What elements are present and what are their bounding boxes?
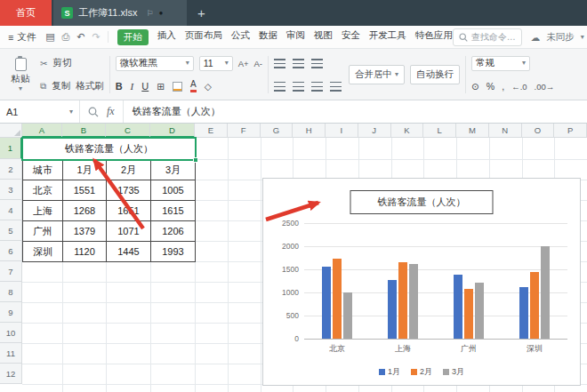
legend-item[interactable]: 2月 xyxy=(411,366,432,378)
row-header-8[interactable]: 8 xyxy=(0,282,22,302)
column-header-J[interactable]: J xyxy=(358,124,391,138)
row-header-4[interactable]: 4 xyxy=(0,200,22,220)
cell[interactable]: 1206 xyxy=(151,221,196,242)
row-header-5[interactable]: 5 xyxy=(0,220,22,241)
column-header-D[interactable]: D xyxy=(150,124,195,138)
menu-tab-安全[interactable]: 安全 xyxy=(342,29,360,45)
increase-decimal-button[interactable]: ←.0 xyxy=(511,82,527,92)
cell[interactable]: 1993 xyxy=(151,242,196,262)
bar-3月-广州[interactable] xyxy=(475,283,484,339)
menu-tab-审阅[interactable]: 审阅 xyxy=(286,29,305,45)
sync-caret-icon[interactable]: ▾ xyxy=(581,34,584,41)
row-header-7[interactable]: 7 xyxy=(0,261,22,282)
menu-tab-特色应用[interactable]: 特色应用 xyxy=(415,29,453,45)
clear-format-button[interactable]: ◇ xyxy=(205,81,212,92)
bar-2月-北京[interactable] xyxy=(333,259,342,339)
chart-title[interactable]: 铁路客流量（人次） xyxy=(350,190,494,214)
cell[interactable]: 北京 xyxy=(23,180,63,201)
redo-icon[interactable]: ↷ xyxy=(92,31,101,43)
cell[interactable]: 广州 xyxy=(23,221,63,242)
cut-button[interactable]: 剪切 xyxy=(52,57,71,69)
select-all-corner[interactable] xyxy=(0,124,22,138)
new-tab-button[interactable]: + xyxy=(197,0,205,26)
align-center-button[interactable] xyxy=(293,82,304,92)
bar-3月-深圳[interactable] xyxy=(541,246,550,339)
bar-3月-北京[interactable] xyxy=(343,292,352,339)
align-justify-button[interactable] xyxy=(330,82,342,92)
cloud-sync-icon[interactable]: ☁ xyxy=(531,32,541,43)
insert-function-button[interactable]: fx xyxy=(107,105,115,118)
borders-button[interactable]: ⊞ xyxy=(157,81,165,92)
align-left-button[interactable] xyxy=(274,82,285,92)
print-icon[interactable]: ⎙ xyxy=(62,31,70,43)
column-header-C[interactable]: C xyxy=(106,124,150,138)
bar-3月-上海[interactable] xyxy=(409,264,418,339)
bar-2月-深圳[interactable] xyxy=(530,272,539,339)
align-middle-button[interactable] xyxy=(293,59,304,68)
file-menu-button[interactable]: ≡ 文件 xyxy=(0,31,44,44)
merged-title-cell[interactable]: 铁路客流量（人次） xyxy=(23,139,196,160)
bold-button[interactable]: B xyxy=(116,81,123,92)
command-search[interactable]: 查找命令… xyxy=(453,28,522,46)
row-header-11[interactable]: 11 xyxy=(0,343,22,364)
column-header-H[interactable]: H xyxy=(293,124,326,138)
menu-tab-页面布局[interactable]: 页面布局 xyxy=(185,29,222,45)
column-header-O[interactable]: O xyxy=(522,124,555,138)
column-header-L[interactable]: L xyxy=(423,124,456,138)
column-header-G[interactable]: G xyxy=(261,124,294,138)
formula-content[interactable]: 铁路客流量（人次） xyxy=(124,105,221,118)
cell[interactable]: 1379 xyxy=(63,221,107,242)
align-right-button[interactable] xyxy=(311,82,323,92)
column-header-P[interactable]: P xyxy=(554,124,587,138)
cell[interactable]: 1445 xyxy=(107,242,151,262)
cell[interactable]: 1071 xyxy=(107,221,151,242)
pin-icon[interactable]: ⚐ xyxy=(146,9,153,18)
column-header-M[interactable]: M xyxy=(456,124,489,138)
menu-tab-开始[interactable]: 开始 xyxy=(117,29,149,45)
save-icon[interactable]: ▤ xyxy=(45,31,54,43)
cell[interactable]: 1615 xyxy=(151,201,196,221)
bar-1月-深圳[interactable] xyxy=(519,287,528,339)
row-header-1[interactable]: 1 xyxy=(0,138,22,159)
sync-status[interactable]: 未同步 xyxy=(546,31,575,44)
cell[interactable]: 深圳 xyxy=(23,242,63,262)
column-header-K[interactable]: K xyxy=(391,124,424,138)
row-header-2[interactable]: 2 xyxy=(0,159,22,180)
bar-1月-北京[interactable] xyxy=(322,267,331,339)
percent-format-button[interactable]: % xyxy=(486,81,495,92)
row-header-12[interactable]: 12 xyxy=(0,364,22,384)
menu-tab-数据[interactable]: 数据 xyxy=(259,29,277,45)
column-header-E[interactable]: E xyxy=(195,124,228,138)
menu-tab-视图[interactable]: 视图 xyxy=(314,29,333,45)
cell[interactable]: 1551 xyxy=(63,180,107,201)
decrease-font-button[interactable]: A- xyxy=(254,59,263,68)
name-box[interactable]: A1 ▾ xyxy=(0,100,80,123)
magnifier-icon[interactable] xyxy=(88,107,99,117)
cell[interactable]: 上海 xyxy=(23,201,63,221)
chart-panel[interactable]: 铁路客流量（人次） 05001000150020002500 北京上海广州深圳 … xyxy=(262,178,581,386)
legend-item[interactable]: 1月 xyxy=(379,366,400,378)
copy-button[interactable]: 复制 xyxy=(52,80,70,92)
merge-center-button[interactable]: 合并居中 ▾ xyxy=(349,65,405,84)
increase-font-button[interactable]: A+ xyxy=(238,59,249,68)
comma-format-button[interactable]: , xyxy=(502,81,504,92)
cell[interactable]: 1651 xyxy=(107,201,151,221)
column-header-F[interactable]: F xyxy=(228,124,261,138)
menu-tab-公式[interactable]: 公式 xyxy=(231,29,250,45)
currency-format-button[interactable]: ⊙ xyxy=(471,81,479,92)
tab-home[interactable]: 首页 xyxy=(0,0,52,26)
cell[interactable]: 1月 xyxy=(63,160,107,180)
menu-tab-开发工具[interactable]: 开发工具 xyxy=(369,29,406,45)
italic-button[interactable]: I xyxy=(131,81,134,92)
legend-item[interactable]: 3月 xyxy=(443,366,464,378)
column-header-A[interactable]: A xyxy=(22,124,62,138)
bar-2月-上海[interactable] xyxy=(398,262,407,339)
font-size-select[interactable]: 11 ▾ xyxy=(199,56,233,71)
font-color-button[interactable]: A xyxy=(190,80,197,92)
cell[interactable]: 2月 xyxy=(107,160,151,180)
underline-button[interactable]: U xyxy=(141,81,149,92)
decrease-decimal-button[interactable]: .00→ xyxy=(535,82,555,92)
align-top-button[interactable] xyxy=(274,59,285,68)
paste-button[interactable]: 粘贴 ▾ xyxy=(4,53,36,96)
fill-color-button[interactable] xyxy=(173,82,182,92)
